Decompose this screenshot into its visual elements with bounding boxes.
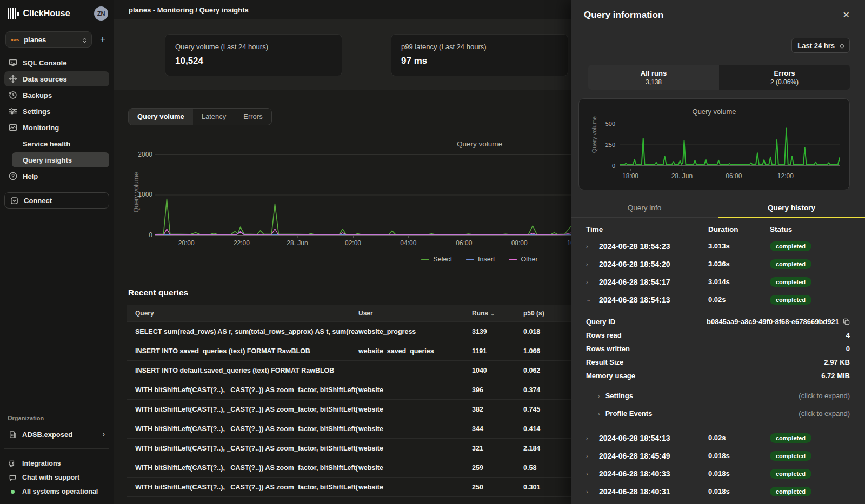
- table-row[interactable]: WITH bitShiftLeft(CAST(?..), _CAST(?..))…: [127, 399, 571, 419]
- time-range-select[interactable]: Last 24 hrs: [791, 38, 850, 53]
- query-volume-chart: Query volume Query volume 2000 1000 0 20…: [114, 132, 571, 268]
- sidebar-item-backups[interactable]: Backups: [4, 88, 109, 103]
- tab-errors[interactable]: Errors: [235, 109, 271, 125]
- table-row[interactable]: SELECT sum(read_rows) AS r, sum(total_ro…: [127, 321, 571, 341]
- chevron-down-icon: ⌄: [586, 296, 599, 303]
- x-axis-labels: 18:00 28. Jun 06:00 12:00: [620, 172, 840, 181]
- history-row-expanded[interactable]: ⌄ 2024-06-28 18:54:13 0.02s completed: [571, 291, 865, 308]
- sidebar-item-label: Service health: [23, 140, 70, 148]
- table-row[interactable]: WITH bitShiftLeft(CAST(?..), _CAST(?..))…: [127, 380, 571, 399]
- profile-events-expander[interactable]: › Profile Events (click to expand): [571, 405, 865, 422]
- history-row[interactable]: › 2024-06-28 18:54:20 3.036s completed: [571, 255, 865, 273]
- table-row[interactable]: WITH bitShiftLeft(CAST(?..), _CAST(?..))…: [127, 477, 571, 496]
- status-badge: completed: [770, 487, 811, 496]
- legend-swatch-icon: [466, 259, 474, 260]
- workspace-selector[interactable]: aws planes: [5, 31, 92, 48]
- legend-swatch-icon: [509, 259, 517, 260]
- x-tick: 28. Jun: [287, 239, 308, 247]
- chart-title: Query volume: [579, 107, 849, 116]
- col-p50[interactable]: p50 (s): [523, 310, 571, 317]
- status-badge: completed: [770, 433, 811, 443]
- sidebar-item-label: Backups: [23, 91, 52, 99]
- col-runs[interactable]: Runs⌄: [472, 310, 523, 317]
- tab-query-volume[interactable]: Query volume: [129, 109, 193, 125]
- user-avatar[interactable]: ZN: [94, 6, 108, 21]
- history-row[interactable]: › 2024-06-28 18:54:17 3.014s completed: [571, 273, 865, 291]
- query-details: Query ID b0845aa9-a8c9-49f0-8f68-e678669…: [571, 315, 865, 382]
- table-row[interactable]: INSERT INTO saved_queries (text) FORMAT …: [127, 341, 571, 360]
- panel-tabs: Query info Query history: [571, 198, 865, 218]
- chevron-right-icon: ›: [586, 435, 599, 441]
- tab-query-info[interactable]: Query info: [571, 198, 718, 217]
- sidebar-item-query-insights[interactable]: Query insights: [12, 152, 109, 167]
- add-service-button[interactable]: +: [97, 34, 108, 45]
- legend-swatch-icon: [421, 259, 429, 260]
- settings-expander[interactable]: › Settings (click to expand): [571, 387, 865, 405]
- sidebar-item-settings[interactable]: Settings: [4, 104, 109, 119]
- chevron-right-icon: ›: [586, 243, 599, 250]
- chat-support-link[interactable]: Chat with support: [4, 471, 109, 485]
- connect-button[interactable]: Connect: [4, 192, 109, 209]
- table-header: Query User Runs⌄ p50 (s): [127, 305, 571, 321]
- chart-square-icon: [9, 123, 17, 132]
- tab-query-history[interactable]: Query history: [718, 198, 865, 217]
- detail-row-rows-written: Rows written 0: [586, 342, 850, 355]
- status-badge: completed: [770, 451, 811, 461]
- stat-value: 97 ms: [401, 56, 558, 66]
- legend-insert[interactable]: Insert: [466, 256, 495, 263]
- col-duration: Duration: [708, 225, 770, 233]
- history-row[interactable]: › 2024-06-28 18:40:31 0.018s completed: [571, 482, 865, 500]
- table-row[interactable]: WITH bitShiftLeft(CAST(?..), _CAST(?..))…: [127, 419, 571, 438]
- history-row[interactable]: › 2024-06-28 18:40:33 0.018s completed: [571, 465, 865, 482]
- y-tick: 2000: [134, 151, 152, 158]
- workspace-name: planes: [24, 36, 78, 44]
- chat-bubble-icon: [9, 474, 17, 482]
- history-row[interactable]: › 2024-06-28 18:54:13 0.02s completed: [571, 429, 865, 447]
- y-tick: 1000: [134, 191, 152, 198]
- copy-icon[interactable]: [843, 318, 850, 325]
- organization-name: ADSB.exposed: [22, 431, 72, 439]
- integrations-label: Integrations: [22, 460, 61, 467]
- main-content: Query volume Latency Errors Query volume…: [114, 90, 571, 504]
- sidebar-item-service-health[interactable]: Service health: [4, 136, 109, 151]
- panel-toolbar: Last 24 hrs: [571, 30, 865, 61]
- organization-selector[interactable]: ADSB.exposed ›: [4, 427, 109, 442]
- table-row[interactable]: WITH bitShiftLeft(CAST(?..), _CAST(?..))…: [127, 438, 571, 458]
- chevron-right-icon: ›: [586, 261, 599, 267]
- system-status-item[interactable]: All systems operational: [4, 485, 109, 499]
- detail-row-rows-read: Rows read 4: [586, 328, 850, 342]
- integrations-link[interactable]: Integrations: [4, 456, 109, 471]
- legend-other[interactable]: Other: [509, 256, 537, 263]
- sidebar-item-data-sources[interactable]: Data sources: [4, 71, 109, 86]
- segment-all-runs[interactable]: All runs 3,138: [588, 65, 719, 90]
- recent-queries-title: Recent queries: [128, 288, 188, 298]
- sidebar-item-label: Data sources: [23, 75, 67, 83]
- sidebar-item-monitoring[interactable]: Monitoring: [4, 120, 109, 135]
- sidebar-item-label: Query insights: [23, 156, 72, 164]
- connect-icon: [10, 197, 18, 205]
- col-user[interactable]: User: [358, 310, 472, 317]
- chevron-right-icon: ›: [598, 393, 600, 399]
- workspace-row: aws planes +: [5, 31, 108, 48]
- x-tick: 02:00: [345, 239, 361, 247]
- runs-errors-segmented: All runs 3,138 Errors 2 (0.06%): [588, 65, 850, 90]
- table-row[interactable]: INSERT INTO default.saved_queries (text)…: [127, 360, 571, 380]
- clickhouse-logo-icon: [8, 8, 19, 19]
- sidebar-item-sql-console[interactable]: SQL Console: [4, 55, 109, 70]
- status-badge: completed: [770, 295, 811, 305]
- status-dot-icon: [11, 490, 15, 494]
- table-row[interactable]: WITH bitShiftLeft(CAST(?..), _CAST(?..))…: [127, 458, 571, 477]
- segment-errors[interactable]: Errors 2 (0.06%): [719, 65, 850, 90]
- history-row[interactable]: › 2024-06-28 18:45:49 0.018s completed: [571, 447, 865, 465]
- history-row[interactable]: › 2024-06-28 18:54:23 3.013s completed: [571, 237, 865, 255]
- status-badge: completed: [770, 469, 811, 479]
- sidebar: ClickHouse ZN aws planes + SQL Console D…: [0, 0, 114, 504]
- close-icon[interactable]: ✕: [843, 11, 850, 19]
- tab-latency[interactable]: Latency: [193, 109, 235, 125]
- x-tick: 06:00: [456, 239, 472, 247]
- col-query[interactable]: Query: [135, 310, 358, 317]
- sidebar-item-help[interactable]: Help: [4, 169, 109, 184]
- legend-select[interactable]: Select: [421, 256, 452, 263]
- system-status-label: All systems operational: [22, 488, 98, 495]
- chevron-right-icon: ›: [598, 411, 600, 417]
